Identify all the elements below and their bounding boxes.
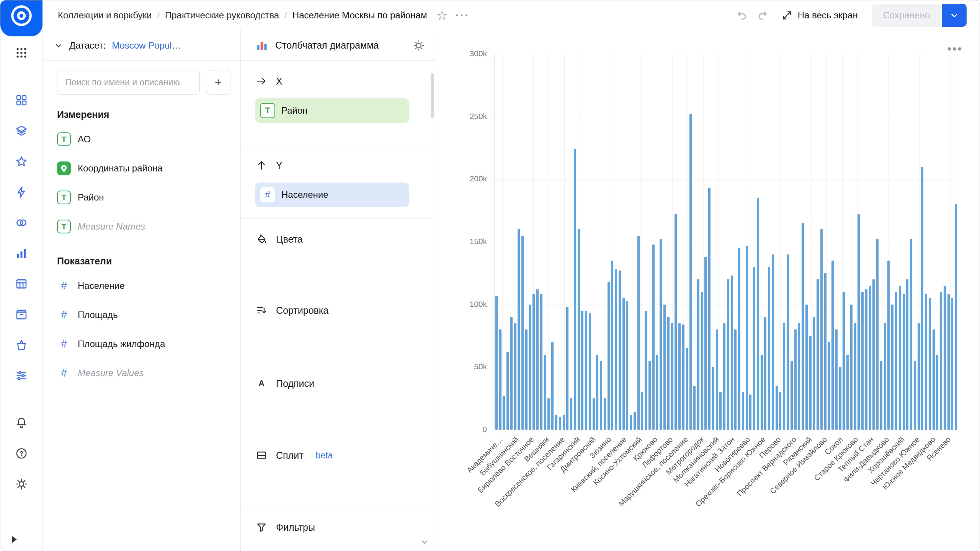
chart-bar[interactable] <box>604 398 606 430</box>
chart-bar[interactable] <box>936 355 938 430</box>
chart-bar[interactable] <box>566 307 568 430</box>
chart-bar[interactable] <box>794 329 797 430</box>
chart-bar[interactable] <box>697 279 699 430</box>
config-scrollbar-thumb[interactable] <box>431 73 434 118</box>
chart-bar[interactable] <box>955 204 957 430</box>
chart-bar[interactable] <box>944 286 946 430</box>
editor-lightning-icon[interactable] <box>11 181 32 203</box>
config-section-y-header[interactable]: Y <box>255 156 409 174</box>
chart-bar[interactable] <box>749 395 751 430</box>
chart-bar[interactable] <box>525 329 528 430</box>
marketplace-cart-icon[interactable] <box>11 334 32 356</box>
chart-bar[interactable] <box>813 317 815 430</box>
expand-play-icon[interactable] <box>7 533 20 546</box>
chart-bar[interactable] <box>660 239 662 430</box>
breadcrumb-item[interactable]: Население Москвы по районам <box>292 10 427 21</box>
chart-bar[interactable] <box>865 289 867 430</box>
field-item[interactable]: TАО <box>42 125 240 154</box>
chart-bar[interactable] <box>738 248 740 430</box>
relations-venn-icon[interactable] <box>11 212 32 233</box>
breadcrumb-item[interactable]: Практические руководства <box>165 10 279 21</box>
chart-bar[interactable] <box>701 292 703 430</box>
chart-bar[interactable] <box>712 367 714 430</box>
chart-bar[interactable] <box>641 392 643 430</box>
chart-bar[interactable] <box>719 392 722 430</box>
chart-bar[interactable] <box>671 323 673 430</box>
chart-bar[interactable] <box>689 114 692 430</box>
chart-bar[interactable] <box>723 323 725 430</box>
chart-bar[interactable] <box>884 323 886 430</box>
config-section-split-header[interactable]: Сплитbeta <box>255 447 409 464</box>
config-section-labels-header[interactable]: AПодписи <box>255 375 409 392</box>
chart-bar[interactable] <box>514 323 516 430</box>
chart-bar[interactable] <box>686 348 688 430</box>
chart-bar[interactable] <box>593 398 595 430</box>
chart-bar[interactable] <box>839 367 841 430</box>
saved-button[interactable]: Сохранено <box>872 4 941 27</box>
chart-bar[interactable] <box>903 294 905 430</box>
chart-bar[interactable] <box>910 239 912 430</box>
chart-bar[interactable] <box>918 323 920 430</box>
chart-bar[interactable] <box>551 342 554 430</box>
chart-bar[interactable] <box>880 361 882 430</box>
chart-bar[interactable] <box>779 392 781 430</box>
chart-bar[interactable] <box>858 214 860 430</box>
chart-bar[interactable] <box>716 329 718 430</box>
field-pill-x[interactable]: TРайон <box>255 98 409 123</box>
chart-bar[interactable] <box>940 292 942 430</box>
chart-bar[interactable] <box>776 386 778 430</box>
chart-bar[interactable] <box>521 236 524 430</box>
chart-bar[interactable] <box>555 415 557 430</box>
chart-bar[interactable] <box>608 282 610 430</box>
notifications-bell-icon[interactable] <box>11 412 32 434</box>
config-section-x-header[interactable]: X <box>255 72 409 90</box>
chart-bar[interactable] <box>510 317 513 430</box>
chart-bar[interactable] <box>854 323 856 430</box>
chart-bar[interactable] <box>499 329 501 430</box>
chart-bar[interactable] <box>570 398 572 430</box>
chart-bar[interactable] <box>682 324 684 430</box>
chart-bar[interactable] <box>589 313 591 430</box>
redo-icon[interactable] <box>756 8 769 22</box>
chart-bar[interactable] <box>791 361 793 430</box>
dataset-selector[interactable]: Датасет: Moscow Popul… <box>42 30 240 61</box>
favorite-star-icon[interactable]: ☆ <box>436 9 448 22</box>
collections-icon[interactable] <box>11 120 32 142</box>
chart-bar[interactable] <box>559 417 561 430</box>
apps-grid-icon[interactable] <box>11 42 32 64</box>
chart-bar[interactable] <box>887 261 890 430</box>
chart-bar[interactable] <box>693 386 696 430</box>
help-question-icon[interactable]: ? <box>11 443 32 464</box>
config-section-filters-header[interactable]: Фильтры <box>255 518 409 536</box>
chart-bar[interactable] <box>783 323 785 430</box>
chart-bar[interactable] <box>503 396 505 430</box>
chart-bar[interactable] <box>787 254 789 430</box>
chart-bar[interactable] <box>895 292 897 430</box>
chart-bar[interactable] <box>820 229 823 430</box>
field-pill-y[interactable]: #Население <box>255 183 409 207</box>
chart-bar[interactable] <box>547 398 550 430</box>
chart-bar[interactable] <box>933 329 935 430</box>
chart-bar[interactable] <box>596 355 598 430</box>
bar-chart-type-icon[interactable] <box>255 39 268 52</box>
datasets-table-icon[interactable] <box>11 273 32 295</box>
more-menu-icon[interactable]: ··· <box>456 10 470 21</box>
chart-bar[interactable] <box>772 254 774 430</box>
chart-bar[interactable] <box>506 352 509 430</box>
chart-bar[interactable] <box>518 229 520 430</box>
save-dropdown-button[interactable] <box>942 4 967 27</box>
chart-bar[interactable] <box>563 415 565 430</box>
field-item[interactable]: #Measure Values <box>42 359 240 388</box>
chart-bar[interactable] <box>846 355 849 430</box>
services-sliders-icon[interactable] <box>11 365 32 386</box>
chart-bar[interactable] <box>828 342 830 430</box>
chart-bar[interactable] <box>663 305 666 430</box>
chart-bar[interactable] <box>925 294 927 430</box>
chart-bar[interactable] <box>529 305 531 430</box>
chart-bar[interactable] <box>835 329 838 430</box>
chart-bar[interactable] <box>761 355 763 430</box>
chart-bar[interactable] <box>951 298 953 430</box>
chart-bar[interactable] <box>869 286 871 430</box>
chart-bar[interactable] <box>914 361 916 430</box>
chart-bar[interactable] <box>656 355 658 430</box>
